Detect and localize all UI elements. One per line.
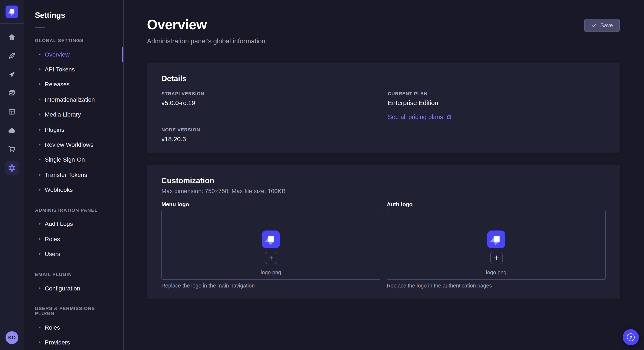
bullet-icon [39, 144, 40, 146]
add-menu-logo-button[interactable] [265, 252, 277, 264]
section-header-administration-panel: ADMINISTRATION PANEL [35, 207, 112, 212]
bullet-icon [39, 287, 40, 289]
bullet-icon [39, 53, 40, 55]
bullet-icon [39, 342, 40, 344]
add-auth-logo-button[interactable] [490, 252, 502, 264]
mainnav-item-deploy[interactable] [2, 121, 21, 140]
page-subtitle: Administration panel’s global informatio… [147, 37, 620, 45]
customization-card-subtitle: Max dimension: 750×750, Max file size: 1… [162, 187, 606, 194]
settings-nav-item-releases[interactable]: Releases [24, 77, 123, 92]
mainnav-item-media-library[interactable] [2, 84, 21, 103]
workspace-logo[interactable] [0, 0, 24, 24]
settings-nav-item-label: Providers [45, 339, 70, 346]
settings-nav-item-admin-roles[interactable]: Roles [24, 231, 123, 246]
bullet-icon [39, 253, 40, 255]
settings-nav-item-label: Roles [45, 236, 60, 242]
bullet-icon [39, 99, 40, 100]
strapi-logo-preview [262, 230, 280, 248]
cards-area: Details STRAPI VERSION v5.0.0-rc.19 CURR… [124, 62, 644, 299]
pricing-plans-link[interactable]: See all pricing plans [388, 114, 452, 120]
section-header-users-permissions-plugin: USERS & PERMISSIONS PLUGIN [35, 306, 112, 316]
mainnav-item-content-manager[interactable] [2, 46, 21, 65]
customization-card-title: Customization [162, 176, 606, 185]
settings-nav-item-users[interactable]: Users [24, 246, 123, 262]
subnav-title: Settings [35, 11, 123, 20]
bullet-icon [39, 159, 40, 161]
cart-icon [5, 143, 19, 156]
auth-logo-field: Auth logo [387, 201, 606, 289]
settings-nav-item-api-tokens[interactable]: API Tokens [24, 62, 123, 77]
home-icon [5, 30, 19, 44]
bullet-icon [39, 68, 40, 70]
menu-logo-label: Menu logo [162, 201, 380, 207]
strapi-version-value: v5.0.0-rc.19 [162, 99, 379, 106]
settings-nav-item-label: Plugins [45, 126, 64, 133]
settings-nav-item-plugins[interactable]: Plugins [24, 122, 123, 137]
settings-nav-item-label: Users [45, 250, 60, 257]
menu-logo-hint: Replace the logo in the main navigation [162, 283, 380, 289]
settings-nav-item-label: Roles [45, 324, 60, 331]
settings-nav-item-providers[interactable]: Providers [24, 335, 123, 350]
settings-nav-item-label: Configuration [45, 285, 80, 292]
current-plan-field: CURRENT PLAN Enterprise Edition See all … [388, 91, 606, 121]
strapi-logo-icon [6, 5, 18, 18]
settings-nav-item-up-roles[interactable]: Roles [24, 320, 123, 335]
strapi-logo-preview [487, 230, 505, 248]
main-content: Overview Administration panel’s global i… [124, 0, 644, 350]
bullet-icon [39, 223, 40, 225]
help-button[interactable] [623, 329, 639, 345]
page-title: Overview [147, 17, 620, 33]
save-button[interactable]: Save [584, 19, 620, 32]
details-card-title: Details [162, 74, 606, 83]
mainnav-item-releases[interactable] [2, 65, 21, 84]
section-header-email-plugin: EMAIL PLUGIN [35, 272, 112, 277]
settings-nav-item-transfer-tokens[interactable]: Transfer Tokens [24, 167, 123, 182]
mainnav-item-marketplace[interactable] [2, 140, 21, 159]
bullet-icon [39, 238, 40, 240]
settings-nav-item-label: Webhooks [45, 186, 73, 193]
settings-nav-item-audit-logs[interactable]: Audit Logs [24, 216, 123, 231]
settings-nav-item-internationalization[interactable]: Internationalization [24, 92, 123, 107]
settings-nav-item-label: Overview [45, 51, 70, 58]
details-grid: STRAPI VERSION v5.0.0-rc.19 CURRENT PLAN… [162, 91, 606, 143]
bullet-icon [39, 327, 40, 328]
settings-nav-item-review-workflows[interactable]: Review Workflows [24, 137, 123, 152]
strapi-version-field: STRAPI VERSION v5.0.0-rc.19 [162, 91, 379, 121]
settings-nav-item-webhooks[interactable]: Webhooks [24, 182, 123, 197]
node-version-field: NODE VERSION v18.20.3 [162, 127, 379, 143]
menu-logo-field: Menu logo [162, 201, 380, 289]
auth-logo-dropzone[interactable]: logo.png [387, 210, 606, 280]
auth-logo-hint: Replace the logo in the authentication p… [387, 283, 606, 289]
bullet-icon [39, 114, 40, 115]
plus-icon [493, 255, 500, 261]
current-plan-label: CURRENT PLAN [388, 91, 606, 96]
mainnav-item-content-type-builder[interactable] [2, 103, 21, 121]
node-version-value: v18.20.3 [162, 135, 379, 143]
settings-nav-item-single-sign-on[interactable]: Single Sign-On [24, 152, 123, 167]
node-version-label: NODE VERSION [162, 127, 379, 132]
auth-logo-label: Auth logo [387, 201, 606, 207]
menu-logo-dropzone[interactable]: logo.png [162, 210, 380, 280]
main-nav-footer: KD [0, 326, 24, 350]
settings-nav-item-label: Single Sign-On [45, 156, 85, 163]
customization-card: Customization Max dimension: 750×750, Ma… [147, 165, 620, 299]
settings-nav-item-configuration[interactable]: Configuration [24, 281, 123, 296]
mainnav-item-home[interactable] [2, 28, 21, 46]
main-nav: KD [0, 0, 24, 350]
mainnav-item-settings[interactable] [2, 159, 21, 177]
app-window: KD Settings GLOBAL SETTINGS Overview API… [0, 0, 644, 350]
pricing-link-label: See all pricing plans [388, 114, 443, 120]
settings-nav-item-label: Media Library [45, 111, 81, 118]
settings-nav-item-label: Internationalization [45, 96, 95, 103]
images-icon [5, 86, 19, 100]
settings-nav-item-overview[interactable]: Overview [24, 47, 123, 62]
gear-icon [5, 161, 19, 175]
settings-nav-item-media-library[interactable]: Media Library [24, 107, 123, 122]
menu-logo-file-name: logo.png [261, 270, 281, 276]
details-card: Details STRAPI VERSION v5.0.0-rc.19 CURR… [147, 62, 620, 153]
plus-icon [268, 255, 274, 261]
settings-nav-item-label: Transfer Tokens [45, 171, 87, 178]
question-mark-icon [627, 334, 635, 341]
current-plan-value: Enterprise Edition [388, 99, 606, 106]
user-avatar[interactable]: KD [6, 331, 18, 344]
